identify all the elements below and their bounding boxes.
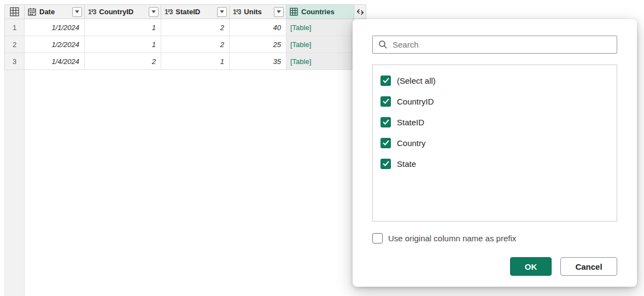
number-type-icon: 1²3 — [88, 8, 96, 16]
table-row: 2 1/2/2024 1 2 25 [Table] — [4, 36, 366, 53]
column-header-countries[interactable]: Countries — [286, 4, 354, 19]
table-row: 1 1/1/2024 1 2 40 [Table] — [4, 19, 366, 36]
expand-column-flyout: (Select all) CountryID StateID Country S… — [353, 19, 637, 287]
column-option-label: Country — [397, 138, 426, 148]
cell-units[interactable]: 40 — [230, 19, 286, 36]
column-option-stateid[interactable]: StateID — [373, 112, 617, 132]
cell-stateid[interactable]: 2 — [161, 36, 230, 53]
checkbox-checked-icon[interactable] — [380, 159, 391, 169]
column-option-country[interactable]: Country — [373, 132, 617, 153]
cell-date[interactable]: 1/1/2024 — [25, 19, 85, 36]
flyout-button-row: OK Cancel — [372, 257, 617, 276]
column-header-label: Date — [39, 8, 69, 16]
column-option-label: CountryID — [397, 97, 434, 106]
column-option-state[interactable]: State — [373, 153, 617, 174]
cell-countryid[interactable]: 1 — [85, 19, 161, 36]
chevron-down-icon — [220, 10, 224, 13]
table-type-icon — [290, 8, 298, 16]
power-query-editor: Date 1²3 CountryID 1²3 StateID 1²3 Units — [0, 0, 644, 296]
checkbox-checked-icon[interactable] — [380, 76, 391, 86]
column-option-label: (Select all) — [397, 76, 436, 85]
prefix-option-label: Use original column name as prefix — [388, 234, 516, 243]
row-number[interactable]: 3 — [4, 53, 25, 70]
table-header-row: Date 1²3 CountryID 1²3 StateID 1²3 Units — [4, 4, 366, 19]
data-preview-table: Date 1²3 CountryID 1²3 StateID 1²3 Units — [4, 4, 366, 70]
table-grid-icon — [10, 7, 19, 16]
cell-units[interactable]: 25 — [230, 36, 286, 53]
cell-units[interactable]: 35 — [230, 53, 286, 70]
cell-table-link[interactable]: [Table] — [286, 53, 354, 70]
column-option-select-all[interactable]: (Select all) — [373, 70, 617, 91]
row-number[interactable]: 2 — [4, 36, 25, 53]
filter-dropdown-button[interactable] — [149, 7, 159, 17]
chevron-down-icon — [151, 10, 156, 13]
cell-stateid[interactable]: 1 — [161, 53, 230, 70]
column-header-label: CountryID — [99, 8, 145, 16]
checkbox-unchecked-icon[interactable] — [372, 233, 383, 243]
cell-stateid[interactable]: 2 — [161, 19, 230, 36]
cell-date[interactable]: 1/2/2024 — [25, 36, 85, 53]
column-option-label: StateID — [397, 118, 424, 127]
column-option-label: State — [397, 159, 416, 169]
column-header-label: StateID — [175, 8, 214, 16]
chevron-down-icon — [75, 10, 79, 13]
checkbox-checked-icon[interactable] — [380, 96, 391, 107]
cell-countryid[interactable]: 2 — [85, 53, 161, 70]
chevron-down-icon — [277, 10, 281, 13]
column-option-countryid[interactable]: CountryID — [373, 91, 617, 112]
row-number-gutter — [4, 70, 25, 296]
column-checkbox-list: (Select all) CountryID StateID Country S… — [372, 65, 617, 222]
expand-icon — [356, 9, 364, 15]
checkbox-checked-icon[interactable] — [380, 138, 391, 148]
expand-column-button[interactable] — [354, 4, 366, 19]
column-header-stateid[interactable]: 1²3 StateID — [161, 4, 230, 19]
calendar-icon — [28, 8, 36, 16]
cell-countryid[interactable]: 1 — [85, 36, 161, 53]
table-row: 3 1/4/2024 2 1 35 [Table] — [4, 53, 366, 70]
cell-date[interactable]: 1/4/2024 — [25, 53, 85, 70]
column-header-countryid[interactable]: 1²3 CountryID — [85, 4, 161, 19]
number-type-icon: 1²3 — [233, 8, 241, 16]
column-header-label: Units — [244, 8, 271, 16]
number-type-icon: 1²3 — [165, 8, 172, 16]
select-all-corner-button[interactable] — [4, 4, 25, 19]
search-box[interactable] — [372, 36, 617, 54]
filter-dropdown-button[interactable] — [72, 7, 82, 17]
ok-button[interactable]: OK — [510, 257, 552, 276]
cell-table-link[interactable]: [Table] — [286, 36, 354, 53]
cancel-button[interactable]: Cancel — [560, 257, 617, 276]
column-header-date[interactable]: Date — [25, 4, 85, 19]
search-icon — [378, 40, 388, 49]
filter-dropdown-button[interactable] — [274, 7, 284, 17]
filter-dropdown-button[interactable] — [217, 7, 227, 17]
column-header-units[interactable]: 1²3 Units — [230, 4, 286, 19]
cell-table-link[interactable]: [Table] — [286, 19, 354, 36]
search-input[interactable] — [393, 40, 611, 49]
checkbox-checked-icon[interactable] — [380, 117, 391, 127]
row-number[interactable]: 1 — [4, 19, 25, 36]
prefix-option[interactable]: Use original column name as prefix — [372, 233, 617, 243]
column-header-label: Countries — [301, 8, 352, 16]
